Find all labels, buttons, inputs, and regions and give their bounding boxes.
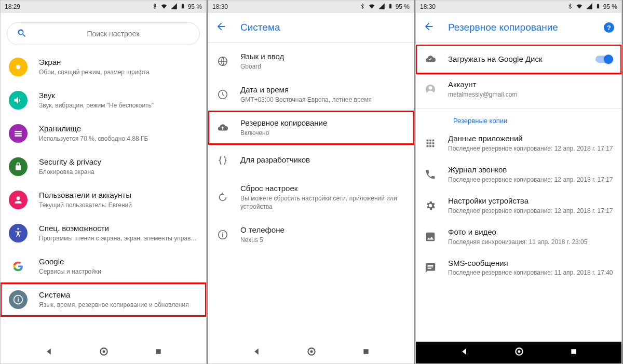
signal-icon [586,3,593,11]
cloud-check-icon [424,53,437,65]
bluetooth-icon [152,3,158,11]
battery-text: 95 % [396,3,410,10]
row-security[interactable]: Security & privacy Блокировка экрана [1,150,206,183]
home-key[interactable] [514,346,524,359]
signal-icon [170,3,178,11]
recent-key[interactable] [362,347,370,358]
back-button[interactable] [215,21,227,34]
header: Резервное копирование ? [416,13,621,42]
clock-icon [216,88,229,101]
user-icon [9,191,28,209]
row-language[interactable]: Язык и ввод Gboard [208,45,414,78]
back-key[interactable] [459,347,469,358]
row-device-settings[interactable]: Настройки устройства Последнее резервное… [416,190,621,221]
header-title: Система [240,22,280,33]
svg-point-0 [17,65,20,69]
row-sms[interactable]: SMS-сообщения Последнее резервное копиро… [416,252,621,284]
battery-text: 95 % [188,3,202,10]
phone-icon [424,168,437,181]
row-account[interactable]: Аккаунт metalmessiy@gmail.com [416,74,621,105]
upload-toggle[interactable] [595,55,613,64]
row-datetime[interactable]: Дата и время GMT+03:00 Восточная Европа,… [208,78,414,111]
info-icon [9,290,28,309]
row-sound[interactable]: Звук Звук, вибрация, режим "Не беспокоит… [1,84,206,117]
clock: 18:30 [420,3,436,10]
back-key[interactable] [252,347,261,358]
row-call-log[interactable]: Журнал звонков Последнее резервное копир… [416,159,621,190]
search-placeholder: Поиск настроек [36,30,190,38]
battery-icon [388,3,393,11]
header-title: Резервное копирование [448,22,558,33]
info-icon [216,228,229,241]
phone-backup: 18:30 95 % Резервное копирование ? Загру… [415,0,622,364]
status-bar: 18:30 95 % [416,1,621,13]
svg-point-14 [518,350,520,353]
row-upload-toggle[interactable]: Загружать на Google Диск [416,45,621,74]
nav-bar [1,342,206,363]
display-icon [9,58,28,76]
phone-system: 18:30 95 % Система Язык и ввод Gboard [208,0,414,364]
cloud-upload-icon [216,122,229,134]
search-input[interactable]: Поиск настроек [7,22,200,45]
settings-list: Экран Обои, спящий режим, размер шрифта … [1,50,206,342]
svg-rect-10 [364,349,369,354]
row-google[interactable]: Google Сервисы и настройки [1,250,206,283]
row-photos[interactable]: Фото и видео Последняя синхронизация: 11… [416,221,621,252]
row-accessibility[interactable]: Спец. возможности Программы чтения с экр… [1,217,206,250]
reset-icon [216,191,229,204]
system-list: Язык и ввод Gboard Дата и время GMT+03:0… [208,45,414,342]
phone-settings-main: 18:29 95 % Поиск настроек [0,0,207,364]
status-bar: 18:29 95 % [1,1,206,13]
row-system[interactable]: Система Язык, время, резервное копирован… [1,283,206,316]
row-reset[interactable]: Сброс настроек Вы можете сбросить настро… [208,177,414,218]
wifi-icon [160,3,168,11]
status-bar: 18:30 95 % [208,1,414,13]
header: Система [208,13,414,42]
clock: 18:30 [212,3,228,10]
gear-icon [424,199,437,212]
image-icon [424,231,437,243]
row-app-data[interactable]: Данные приложений Последнее резервное ко… [416,128,621,159]
apps-icon [424,137,437,150]
bluetooth-icon [359,3,365,11]
help-button[interactable]: ? [604,22,614,33]
wifi-icon [576,3,583,11]
storage-icon [9,124,28,143]
section-backups: Резервные копии [416,112,621,128]
recent-key[interactable] [570,347,578,358]
wifi-icon [368,3,375,11]
svg-point-9 [310,350,313,353]
battery-icon [180,3,185,11]
globe-icon [216,55,229,68]
signal-icon [378,3,385,11]
row-developer[interactable]: Для разработчиков [208,144,414,177]
back-key[interactable] [44,347,53,358]
row-storage[interactable]: Хранилище Используется 70 %, свободно 4,… [1,117,206,150]
row-display[interactable]: Экран Обои, спящий режим, размер шрифта [1,50,206,84]
row-users[interactable]: Пользователи и аккаунты Текущий пользова… [1,183,206,217]
backup-list: Загружать на Google Диск Аккаунт metalme… [416,45,621,342]
sound-icon [9,91,28,110]
recent-key[interactable] [154,347,162,358]
nav-bar [208,342,414,363]
lock-icon [9,157,28,176]
home-key[interactable] [99,346,109,359]
account-icon [424,83,437,96]
braces-icon [216,154,229,167]
home-key[interactable] [306,346,317,359]
nav-bar [416,342,621,363]
battery-icon [595,3,601,11]
search-icon [17,28,27,40]
back-button[interactable] [423,21,435,34]
message-icon [424,262,437,274]
svg-rect-4 [156,349,161,354]
svg-rect-15 [572,349,576,354]
google-icon [9,257,28,276]
row-backup[interactable]: Резервное копирование Включено [208,111,414,144]
svg-point-12 [429,86,432,89]
svg-point-3 [102,350,105,353]
row-about[interactable]: О телефоне Nexus 5 [208,218,414,251]
clock: 18:29 [5,3,20,10]
accessibility-icon [9,224,28,242]
battery-text: 95 % [603,3,617,10]
